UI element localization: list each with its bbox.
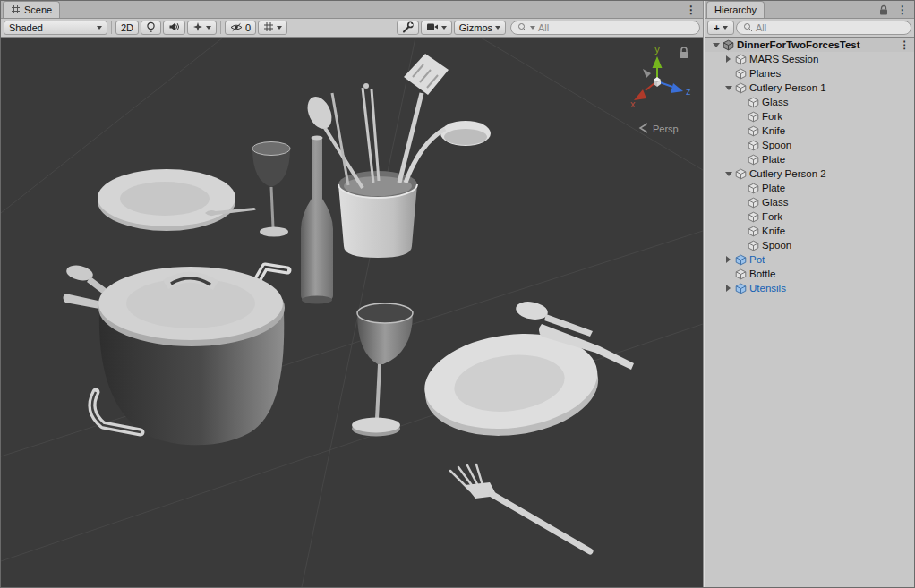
lightbulb-icon [146,21,156,35]
gameobject-icon [747,125,759,137]
gameobject-icon [747,111,759,123]
hierarchy-item-mars-session[interactable]: MARS Session [705,52,914,66]
hierarchy-item-label: Spoon [762,240,791,251]
foldout-spacer [735,197,747,209]
camera-icon [426,22,439,33]
axis-y-label: y [654,44,660,55]
shading-mode-label: Shaded [9,22,43,33]
hierarchy-tab-bar: Hierarchy ⋮ [705,1,914,19]
hierarchy-item-plate[interactable]: Plate [705,152,914,166]
visibility-count: 0 [245,22,251,33]
hierarchy-item-fork[interactable]: Fork [705,209,914,224]
hierarchy-item-plate[interactable]: Plate [705,181,914,195]
plate-far[interactable] [98,169,235,231]
scene-tab-grid-icon [11,4,21,16]
foldout-closed-icon[interactable] [723,254,734,266]
dropdown-arrow-icon [441,26,447,30]
hierarchy-item-label: Glass [762,197,788,208]
scene-panel: Scene ⋮ Shaded 2D [1,1,703,587]
hierarchy-item-label: Cutlery Person 2 [749,168,826,179]
hierarchy-item-label: Fork [762,111,782,122]
foldout-spacer [735,226,747,237]
effects-icon [192,21,203,34]
hierarchy-item-label: Fork [762,211,782,222]
hierarchy-item-knife[interactable]: Knife [705,124,914,138]
foldout-spacer [735,154,747,166]
dropdown-arrow-icon [206,26,211,30]
foldout-spacer [723,268,734,280]
hierarchy-lock-icon[interactable] [877,4,891,15]
scene-visibility-button[interactable]: 0 [225,21,256,35]
scene-toolbar: Shaded 2D [1,19,703,38]
hierarchy-item-glass[interactable]: Glass [705,195,914,209]
hierarchy-item-cutlery-person-1[interactable]: Cutlery Person 1 [705,81,914,95]
eye-slash-icon [230,22,243,34]
toolbar-separator [111,21,112,34]
foldout-open-icon[interactable] [723,168,734,180]
projection-label: Persp [653,124,679,134]
gameobject-icon [747,140,759,151]
scene-panel-menu-icon[interactable]: ⋮ [680,4,703,16]
hierarchy-tab-label: Hierarchy [714,4,757,15]
foldout-spacer [735,183,747,194]
foldout-spacer [735,211,747,223]
scene-tab-bar: Scene ⋮ [1,1,703,19]
create-object-button[interactable]: + [707,21,734,35]
hierarchy-menu-icon[interactable]: ⋮ [891,4,914,16]
tab-hierarchy[interactable]: Hierarchy [706,1,765,18]
hierarchy-item-label: DinnerForTwoForcesTest [737,39,860,50]
scene-icon [722,39,734,51]
grid-icon [263,21,274,34]
hierarchy-item-bottle[interactable]: Bottle [705,267,914,281]
foldout-spacer [735,125,747,137]
foldout-open-icon[interactable] [723,82,734,94]
hierarchy-item-cutlery-person-2[interactable]: Cutlery Person 2 [705,166,914,181]
foldout-spacer [735,111,747,123]
hierarchy-toolbar: + All [705,19,914,38]
camera-settings-dropdown[interactable] [421,21,452,35]
hierarchy-item-label: Spoon [762,140,791,150]
hierarchy-search-input[interactable]: All [736,21,911,35]
grid-settings-dropdown[interactable] [258,21,287,35]
dropdown-arrow-icon [723,26,728,30]
hierarchy-item-label: Knife [762,226,785,236]
gameobject-icon [747,197,759,209]
hierarchy-item-planes[interactable]: Planes [705,66,914,81]
gameobject-icon [734,82,747,94]
search-filter-arrow-icon [530,26,535,30]
hierarchy-item-knife[interactable]: Knife [705,224,914,238]
foldout-closed-icon[interactable] [723,54,734,65]
hierarchy-item-label: Utensils [749,283,786,294]
hierarchy-item-spoon[interactable]: Spoon [705,238,914,252]
gameobject-icon [734,168,747,180]
hierarchy-item-fork[interactable]: Fork [705,109,914,124]
scene-header-menu-icon[interactable]: ⋮ [900,38,915,51]
scene-search-input[interactable]: All [510,21,700,35]
hierarchy-item-label: Plate [762,154,785,165]
hierarchy-item-utensils[interactable]: Utensils [705,281,914,295]
tools-button[interactable] [397,21,419,35]
shading-mode-dropdown[interactable]: Shaded [4,21,107,35]
gizmos-dropdown[interactable]: Gizmos [454,21,506,35]
gameobject-icon [734,54,747,65]
scene-3d-render: y z x Persp [1,38,703,587]
hierarchy-item-dinnerfortwoforcestest[interactable]: DinnerForTwoForcesTest⋮ [705,38,914,52]
tab-scene[interactable]: Scene [3,1,60,18]
scene-audio-button[interactable] [163,21,185,35]
unity-editor-window: Scene ⋮ Shaded 2D [0,0,915,588]
hierarchy-panel: Hierarchy ⋮ + All DinnerForTwoForcesTest… [705,1,914,587]
foldout-open-icon[interactable] [710,39,722,51]
hierarchy-item-glass[interactable]: Glass [705,95,914,109]
foldout-closed-icon[interactable] [723,283,734,294]
2d-toggle-button[interactable]: 2D [115,21,139,35]
scene-lighting-button[interactable] [141,21,161,35]
gameobject-icon [747,183,759,194]
hierarchy-item-label: Plate [762,183,785,193]
effects-dropdown[interactable] [187,21,217,35]
scene-viewport[interactable]: y z x Persp [1,38,703,587]
hierarchy-item-label: Bottle [749,268,775,279]
hierarchy-item-pot[interactable]: Pot [705,252,914,267]
dropdown-arrow-icon [97,26,102,30]
axis-z-label: z [686,86,691,97]
hierarchy-item-spoon[interactable]: Spoon [705,138,914,152]
